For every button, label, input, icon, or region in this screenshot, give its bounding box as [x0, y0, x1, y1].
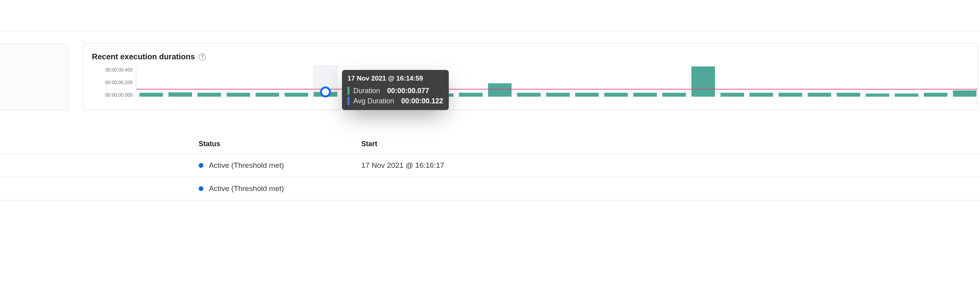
table-row[interactable]: Active (Threshold met) — [0, 177, 980, 200]
column-header-status[interactable]: Status — [0, 140, 361, 148]
card-title: Recent execution durations — [92, 52, 195, 61]
duration-bar[interactable] — [691, 66, 715, 97]
status-dot-icon — [199, 163, 203, 168]
duration-bar[interactable] — [546, 93, 570, 97]
duration-bar[interactable] — [808, 93, 831, 97]
tooltip-label: Avg Duration — [353, 97, 394, 105]
y-axis: 00:00:00.400 00:00:00.200 00:00:00.000 — [92, 65, 136, 97]
duration-bar[interactable] — [168, 92, 192, 97]
duration-bar[interactable] — [285, 93, 308, 97]
avg-duration-line — [136, 89, 978, 90]
duration-bar[interactable] — [575, 93, 599, 97]
bars-group — [136, 65, 978, 97]
chart-plot[interactable]: 17 Nov 2021 @ 16:14:59 Duration 00:00:00… — [136, 65, 969, 97]
tooltip-header: 17 Nov 2021 @ 16:14:59 — [347, 75, 443, 83]
duration-bar[interactable] — [256, 93, 279, 97]
duration-bar[interactable] — [720, 93, 744, 97]
executions-table: Status Start Active (Threshold met) 17 N… — [0, 134, 980, 200]
duration-bar[interactable] — [139, 93, 163, 97]
start-text: 17 Nov 2021 @ 16:16:17 — [361, 161, 980, 170]
duration-bar[interactable] — [895, 94, 918, 97]
duration-bar[interactable] — [633, 93, 657, 97]
duration-bar[interactable] — [662, 93, 686, 97]
duration-bar[interactable] — [459, 93, 483, 97]
tooltip-row: Duration 00:00:00.077 — [347, 86, 443, 95]
status-text: Active (Threshold met) — [209, 184, 284, 193]
status-dot-icon — [199, 186, 203, 191]
duration-bar[interactable] — [488, 83, 512, 97]
card-title-row: Recent execution durations ? — [92, 52, 969, 61]
duration-bar[interactable] — [924, 93, 947, 97]
hover-marker-icon — [320, 86, 331, 97]
top-bar — [0, 0, 980, 31]
tooltip-label: Duration — [353, 87, 380, 95]
duration-bar[interactable] — [837, 93, 860, 97]
duration-bar[interactable] — [227, 93, 250, 97]
tooltip-row: Avg Duration 00:00:00.122 — [347, 97, 443, 105]
duration-bar[interactable] — [197, 93, 221, 97]
y-tick: 00:00:00.200 — [105, 80, 133, 85]
duration-bar[interactable] — [750, 93, 773, 97]
duration-bar[interactable] — [517, 93, 541, 97]
help-icon[interactable]: ? — [199, 53, 206, 61]
status-text: Active (Threshold met) — [209, 161, 284, 170]
durations-card: Recent execution durations ? 00:00:00.40… — [83, 43, 978, 110]
duration-bar[interactable] — [866, 94, 889, 97]
table-header-row: Status Start — [0, 134, 980, 154]
chart-area[interactable]: 00:00:00.400 00:00:00.200 00:00:00.000 1… — [92, 65, 969, 97]
side-card — [0, 43, 69, 110]
tooltip-swatch-icon — [347, 86, 349, 95]
duration-bar[interactable] — [604, 93, 628, 97]
table-row[interactable]: Active (Threshold met) 17 Nov 2021 @ 16:… — [0, 154, 980, 177]
duration-bar[interactable] — [953, 90, 976, 97]
y-tick: 00:00:00.000 — [105, 92, 133, 98]
tooltip-value: 00:00:00.077 — [387, 87, 429, 95]
chart-tooltip: 17 Nov 2021 @ 16:14:59 Duration 00:00:00… — [342, 70, 449, 110]
column-header-start[interactable]: Start — [361, 140, 980, 148]
y-tick: 00:00:00.400 — [105, 67, 133, 73]
duration-bar[interactable] — [779, 93, 802, 97]
tooltip-value: 00:00:00.122 — [401, 97, 443, 105]
tooltip-swatch-icon — [347, 97, 349, 105]
